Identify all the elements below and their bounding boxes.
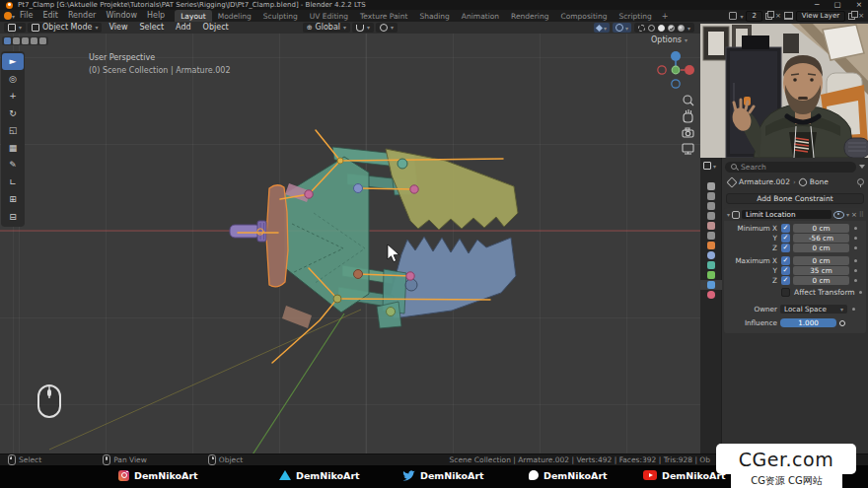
- constraint-panel-header[interactable]: ▾ Limit Location ▾ × ⠿: [724, 208, 866, 221]
- collection-toggle-icon[interactable]: [13, 37, 20, 44]
- workspace-tab-sculpting[interactable]: Sculpting: [257, 10, 304, 22]
- blender-menu-icon[interactable]: [4, 12, 12, 20]
- value-field-max-z[interactable]: 0 cm: [793, 276, 849, 285]
- properties-tab-object[interactable]: [700, 241, 722, 250]
- menu-add[interactable]: Add: [171, 22, 196, 34]
- value-field-min-x[interactable]: 0 cm: [793, 224, 849, 233]
- joint-pink-1[interactable]: [305, 190, 313, 198]
- axis-y-handle[interactable]: [672, 66, 680, 74]
- tool-add-primitive[interactable]: ⊞: [2, 191, 24, 208]
- menu-select[interactable]: Select: [134, 22, 169, 34]
- orthographic-toggle-button[interactable]: [683, 144, 693, 154]
- tool-measure[interactable]: ∟: [2, 174, 24, 191]
- pan-button[interactable]: [684, 109, 692, 122]
- properties-tab-render[interactable]: [700, 191, 722, 201]
- add-bone-constraint-button[interactable]: Add Bone Constraint: [726, 193, 864, 204]
- decorator-dot[interactable]: [854, 227, 857, 230]
- transform-orientation-selector[interactable]: ⊕ Global ▾: [303, 23, 350, 33]
- scene-selector[interactable]: 2: [746, 11, 761, 22]
- checkbox-affect-transform[interactable]: [781, 288, 790, 297]
- delete-constraint-icon[interactable]: ×: [851, 211, 857, 219]
- value-field-max-y[interactable]: 35 cm: [793, 266, 849, 275]
- view-layer-selector[interactable]: View Layer: [796, 11, 845, 22]
- workspace-tab-animation[interactable]: Animation: [456, 10, 505, 22]
- wireframe-shading-icon[interactable]: [648, 25, 655, 32]
- owner-dropdown[interactable]: Local Space ▾: [780, 305, 847, 314]
- breadcrumb-bone[interactable]: Bone: [810, 177, 829, 186]
- add-workspace-button[interactable]: +: [658, 12, 673, 21]
- xray-toggle-icon[interactable]: [638, 25, 645, 32]
- decorator-dot[interactable]: [859, 291, 862, 294]
- joint-olive[interactable]: [333, 295, 341, 303]
- tool-transform[interactable]: ▦: [2, 140, 24, 157]
- joint-brown[interactable]: [354, 270, 363, 279]
- properties-tab-scene[interactable]: [700, 221, 722, 231]
- value-field-min-z[interactable]: 0 cm: [793, 244, 849, 252]
- decorator-dot[interactable]: [854, 259, 857, 262]
- piston-head[interactable]: [257, 221, 266, 242]
- bone-upper-jaw[interactable]: [358, 188, 414, 189]
- tool-scale[interactable]: ◱: [2, 122, 24, 139]
- joint-pink-2[interactable]: [410, 185, 418, 193]
- tool-cursor[interactable]: ◎: [2, 71, 24, 88]
- menu-file[interactable]: File: [15, 10, 37, 22]
- snapping-toggle[interactable]: ▾: [352, 23, 374, 33]
- properties-tab-object-constraints[interactable]: [700, 260, 722, 270]
- minimize-button[interactable]: ─: [815, 0, 820, 10]
- joint-blue[interactable]: [354, 184, 363, 193]
- remove-view-layer-icon[interactable]: ×: [858, 12, 864, 20]
- tool-annotate[interactable]: ✎: [2, 157, 24, 174]
- show-overlays-toggle[interactable]: ▾: [613, 23, 631, 33]
- close-button[interactable]: ×: [856, 0, 862, 10]
- workspace-tab-rendering[interactable]: Rendering: [505, 10, 554, 22]
- rendered-shading-icon[interactable]: [678, 25, 685, 32]
- menu-window[interactable]: Window: [101, 10, 142, 22]
- bone-lower-tail[interactable]: [272, 299, 337, 363]
- viewport-3d[interactable]: ► ◎ + ↻ ◱ ▦ ✎ ∟ ⊞ ⊟ User Perspective (0)…: [0, 34, 700, 453]
- axis-z-neg-handle[interactable]: [672, 80, 680, 88]
- menu-object[interactable]: Object: [198, 22, 234, 34]
- delete-scene-icon[interactable]: ×: [775, 12, 781, 20]
- menu-render[interactable]: Render: [63, 10, 101, 22]
- checkbox-max-x[interactable]: ✓: [781, 256, 790, 265]
- joint-yellow[interactable]: [337, 158, 343, 164]
- material-preview-shading-icon[interactable]: [668, 25, 675, 32]
- properties-editor-type-button[interactable]: ▾: [703, 162, 716, 170]
- show-gizmo-toggle[interactable]: ▾: [594, 23, 610, 33]
- checkbox-max-y[interactable]: ✓: [781, 266, 790, 275]
- clamp-mesh[interactable]: [230, 147, 518, 328]
- axis-x-neg-handle[interactable]: [658, 66, 666, 74]
- scene-canvas[interactable]: [0, 34, 700, 453]
- collapse-caret-icon[interactable]: ▾: [727, 211, 730, 218]
- checkbox-min-z[interactable]: ✓: [781, 244, 790, 252]
- axis-x-handle[interactable]: [685, 65, 694, 75]
- value-field-min-y[interactable]: -56 cm: [793, 234, 849, 243]
- joint-green[interactable]: [387, 308, 396, 316]
- lower-hinge-plate[interactable]: [282, 306, 312, 328]
- workspace-tab-compositing[interactable]: Compositing: [554, 10, 613, 22]
- menu-edit[interactable]: Edit: [37, 10, 63, 22]
- value-field-max-x[interactable]: 0 cm: [793, 256, 849, 265]
- piston-cylinder[interactable]: [230, 225, 260, 238]
- joint-pink-3[interactable]: [406, 272, 414, 280]
- properties-tab-material[interactable]: [700, 290, 722, 300]
- checkbox-min-x[interactable]: ✓: [781, 224, 790, 233]
- checkbox-min-y[interactable]: ✓: [781, 234, 790, 243]
- filter-icon[interactable]: [859, 165, 865, 169]
- properties-search-input[interactable]: Search: [725, 162, 856, 173]
- collection-toggle-icon[interactable]: [39, 37, 46, 44]
- pivot-ring-upper[interactable]: [398, 159, 407, 169]
- drag-handle-icon[interactable]: ⠿: [859, 211, 863, 219]
- tool-move[interactable]: +: [2, 88, 24, 105]
- zoom-button[interactable]: [684, 96, 693, 105]
- collection-toggle-icon[interactable]: [22, 37, 29, 44]
- decorator-dot[interactable]: [854, 269, 857, 272]
- collection-toggle-icon[interactable]: [31, 37, 37, 44]
- proportional-editing-toggle[interactable]: ▾: [376, 23, 398, 33]
- tool-interaction[interactable]: ⊟: [2, 209, 24, 226]
- workspace-tab-uv-editing[interactable]: UV Editing: [304, 10, 354, 22]
- properties-tab-object-data[interactable]: [700, 270, 722, 280]
- new-scene-icon[interactable]: [765, 13, 772, 20]
- mode-selector[interactable]: Object Mode ▾: [28, 23, 102, 33]
- pivot-hole-lower[interactable]: [405, 279, 417, 291]
